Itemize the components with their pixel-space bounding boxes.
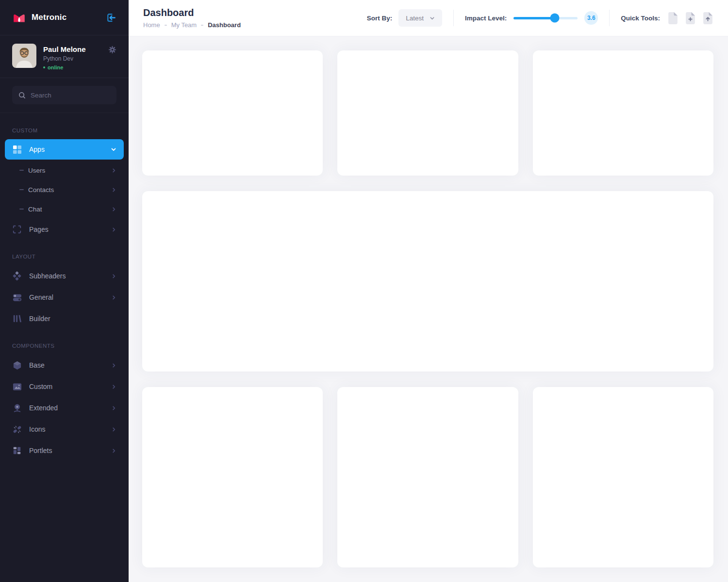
breadcrumb: Home My Team Dashboard (143, 21, 241, 29)
brand-name: Metronic (32, 13, 66, 22)
sidebar-subitem-contacts[interactable]: Contacts (0, 180, 129, 199)
quick-tools-group (667, 12, 713, 25)
sidebar-item-portlets[interactable]: Portlets (0, 440, 129, 461)
frame-icon (12, 225, 22, 234)
dash-bullet-icon (19, 189, 24, 190)
quick-tools-label: Quick Tools: (621, 15, 660, 22)
dash-bullet-icon (19, 209, 24, 210)
sort-dropdown-value: Latest (406, 15, 424, 22)
sidebar-item-general[interactable]: General (0, 287, 129, 308)
chevron-right-icon (111, 187, 116, 193)
search-section (0, 78, 129, 113)
cube-icon (12, 360, 22, 370)
sidebar-subitem-users[interactable]: Users (0, 161, 129, 180)
user-panel: Paul Melone Python Dev online (0, 35, 129, 78)
breadcrumb-separator (201, 25, 203, 26)
chevron-right-icon (111, 448, 116, 453)
diamonds-icon (12, 271, 22, 281)
user-role: Python Dev (43, 55, 86, 62)
user-name: Paul Melone (43, 45, 86, 53)
card-wide (142, 191, 713, 372)
layout-icon (12, 446, 22, 455)
sidebar-item-builder[interactable]: Builder (0, 308, 129, 329)
impact-slider-fill (513, 17, 554, 19)
sidebar-item-apps[interactable]: Apps (5, 139, 124, 160)
metronic-logo-icon (12, 11, 26, 25)
user-status: online (43, 65, 86, 70)
search-input[interactable] (31, 92, 110, 99)
card-1 (142, 50, 323, 176)
search-icon (18, 92, 26, 99)
impact-slider-thumb[interactable] (550, 14, 559, 23)
file-blank-icon[interactable] (667, 12, 678, 25)
sidebar-nav: CUSTOM Apps (0, 113, 129, 471)
breadcrumb-separator (165, 25, 167, 26)
header-toolbar: Sort By: Latest Impact Level: 3.6 Quick … (367, 9, 713, 27)
impact-value-badge: 3.6 (584, 11, 598, 25)
file-plus-icon[interactable] (685, 12, 696, 25)
collapse-arrow-icon (105, 12, 116, 23)
sidebar-item-base[interactable]: Base (0, 355, 129, 376)
grid-icon (12, 145, 22, 154)
card-5 (142, 387, 323, 567)
brand-bar: Metronic (0, 0, 129, 35)
toolbar-divider (609, 10, 610, 26)
nav-section-layout: LAYOUT (0, 254, 129, 259)
sort-by-label: Sort By: (367, 15, 393, 22)
toggles-icon (12, 292, 22, 302)
sidebar-item-pages[interactable]: Pages (0, 219, 129, 240)
sidebar-item-subheaders[interactable]: Subheaders (0, 265, 129, 287)
card-7 (533, 387, 713, 567)
online-dot-icon (43, 66, 45, 68)
sidebar-subitem-chat[interactable]: Chat (0, 199, 129, 219)
dash-bullet-icon (19, 170, 24, 171)
sidebar: Metronic (0, 0, 129, 582)
chevron-right-icon (111, 295, 116, 300)
content-grid (129, 36, 728, 582)
avatar (12, 44, 36, 68)
header: Dashboard Home My Team Dashboard Sort By… (129, 0, 728, 36)
image-icon (12, 382, 22, 391)
breadcrumb-home[interactable]: Home (143, 21, 160, 29)
chevron-right-icon (111, 427, 116, 432)
app-window: Metronic (0, 0, 728, 582)
card-3 (533, 50, 713, 176)
sidebar-item-icons[interactable]: Icons (0, 419, 129, 440)
breadcrumb-dashboard[interactable]: Dashboard (208, 21, 241, 29)
chevron-right-icon (111, 227, 116, 232)
file-upload-icon[interactable] (702, 12, 713, 25)
chevron-right-icon (111, 384, 116, 389)
chevron-right-icon (111, 207, 116, 212)
card-6 (337, 387, 518, 567)
webcam-icon (12, 403, 22, 413)
nav-section-components: COMPONENTS (0, 343, 129, 349)
broken-link-icon (12, 424, 22, 434)
user-info: Paul Melone Python Dev online (43, 44, 86, 70)
title-block: Dashboard Home My Team Dashboard (143, 7, 241, 29)
sidebar-collapse-button[interactable] (105, 12, 116, 23)
sidebar-item-custom[interactable]: Custom (0, 376, 129, 397)
page-title: Dashboard (143, 7, 241, 18)
sort-dropdown[interactable]: Latest (398, 9, 442, 27)
user-settings-gear-icon[interactable] (108, 44, 116, 56)
sidebar-item-extended[interactable]: Extended (0, 397, 129, 419)
search-box[interactable] (12, 86, 116, 104)
nav-section-custom: CUSTOM (0, 128, 129, 133)
bars-icon (12, 314, 22, 323)
chevron-down-icon (111, 146, 116, 152)
chevron-down-icon (430, 16, 435, 21)
chevron-right-icon (111, 274, 116, 279)
impact-slider[interactable] (513, 17, 578, 19)
main-column: Dashboard Home My Team Dashboard Sort By… (129, 0, 728, 582)
chevron-right-icon (111, 405, 116, 411)
chevron-right-icon (111, 168, 116, 173)
chevron-right-icon (111, 363, 116, 368)
breadcrumb-my-team[interactable]: My Team (171, 21, 197, 29)
card-2 (337, 50, 518, 176)
impact-level-label: Impact Level: (465, 15, 507, 22)
toolbar-divider (453, 10, 454, 26)
